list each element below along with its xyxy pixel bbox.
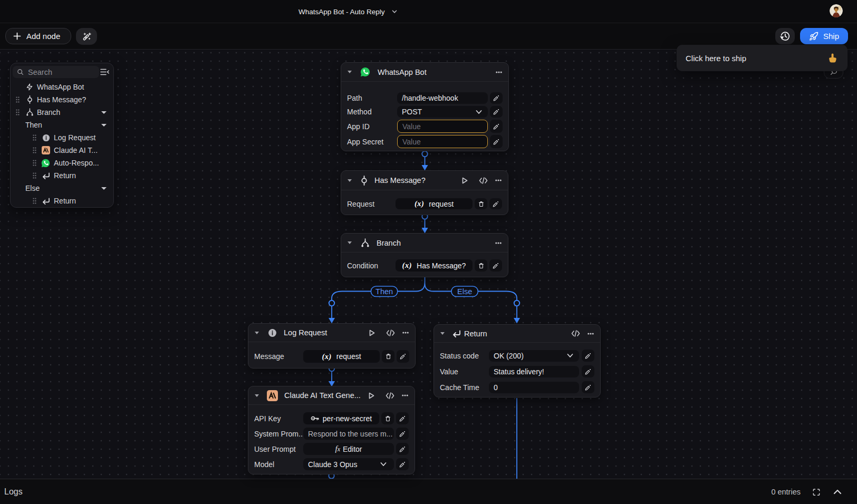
svg-text:Then: Then <box>375 287 393 296</box>
svg-text:Else: Else <box>457 287 472 296</box>
